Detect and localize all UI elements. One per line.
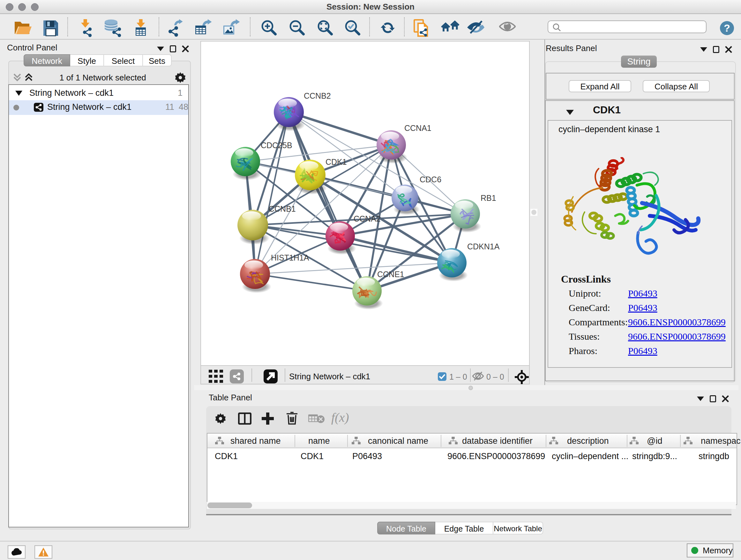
svg-text:CCNA1: CCNA1 bbox=[404, 124, 431, 132]
svg-text:CDC6: CDC6 bbox=[420, 175, 441, 184]
svg-text:CCNB2: CCNB2 bbox=[304, 91, 331, 100]
svg-text:CDC25B: CDC25B bbox=[261, 141, 292, 150]
svg-text:CCNB1: CCNB1 bbox=[269, 204, 296, 213]
svg-text:CCNA2: CCNA2 bbox=[354, 214, 381, 223]
svg-text:HIST1H1A: HIST1H1A bbox=[271, 253, 309, 262]
svg-text:RB1: RB1 bbox=[481, 193, 496, 202]
svg-text:CCNE1: CCNE1 bbox=[377, 270, 404, 279]
svg-text:CDKN1A: CDKN1A bbox=[467, 242, 500, 251]
svg-text:CDK1: CDK1 bbox=[326, 158, 347, 166]
